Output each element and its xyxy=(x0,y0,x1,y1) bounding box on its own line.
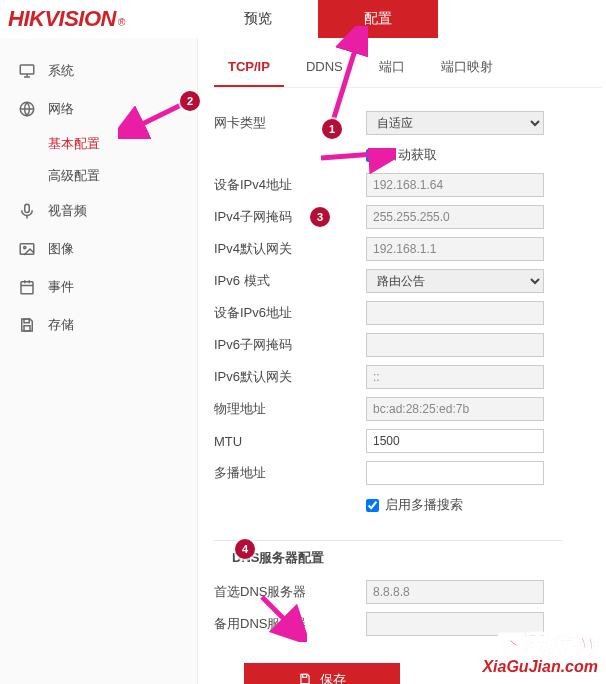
svg-rect-14 xyxy=(24,326,30,331)
ipv4-mask-label: IPv4子网掩码 xyxy=(214,208,366,226)
ipv6-gw-input[interactable] xyxy=(366,365,544,389)
sidebar-item-image[interactable]: 图像 xyxy=(0,230,197,268)
save-icon xyxy=(298,672,312,685)
multicast-search-checkbox[interactable] xyxy=(366,499,379,512)
calendar-icon xyxy=(18,278,36,296)
header: HIKVISION ® 预览 配置 xyxy=(0,0,606,38)
mac-input[interactable] xyxy=(366,397,544,421)
svg-point-8 xyxy=(24,246,26,248)
svg-rect-9 xyxy=(21,282,33,294)
dns1-input[interactable] xyxy=(366,580,544,604)
tab-portmap[interactable]: 端口映射 xyxy=(427,48,507,87)
nav-preview[interactable]: 预览 xyxy=(198,0,318,38)
sidebar-label: 视音频 xyxy=(48,202,87,220)
nic-type-select[interactable]: 自适应 xyxy=(366,111,544,135)
multicast-label: 多播地址 xyxy=(214,464,366,482)
sidebar-item-av[interactable]: 视音频 xyxy=(0,192,197,230)
ipv6-addr-input[interactable] xyxy=(366,301,544,325)
svg-rect-0 xyxy=(20,65,34,74)
content-panel: TCP/IP DDNS 端口 端口映射 网卡类型 自适应 自动获取 设备IPv4… xyxy=(198,38,606,684)
tab-port[interactable]: 端口 xyxy=(365,48,419,87)
callout-4: 4 xyxy=(235,539,255,559)
mac-label: 物理地址 xyxy=(214,400,366,418)
ipv4-addr-label: 设备IPv4地址 xyxy=(214,176,366,194)
mic-icon xyxy=(18,202,36,220)
auto-obtain-label: 自动获取 xyxy=(385,146,437,164)
sidebar-sub-basic[interactable]: 基本配置 xyxy=(0,128,197,160)
callout-3: 3 xyxy=(310,207,330,227)
image-icon xyxy=(18,240,36,258)
multicast-input[interactable] xyxy=(366,461,544,485)
divider xyxy=(214,540,562,541)
sidebar: 系统 网络 基本配置 高级配置 视音频 图像 事件 存储 xyxy=(0,38,198,684)
mtu-input[interactable] xyxy=(366,429,544,453)
tcpip-form: 网卡类型 自适应 自动获取 设备IPv4地址 IPv4子网掩码 IPv4默认网关… xyxy=(214,88,602,684)
watermark: 下固件网 XiaGuJian.com xyxy=(482,627,598,676)
ipv6-mask-input[interactable] xyxy=(366,333,544,357)
save-button[interactable]: 保存 xyxy=(244,663,400,684)
sidebar-item-network[interactable]: 网络 xyxy=(0,90,197,128)
ipv6-gw-label: IPv6默认网关 xyxy=(214,368,366,386)
sidebar-item-storage[interactable]: 存储 xyxy=(0,306,197,344)
svg-rect-15 xyxy=(303,674,307,677)
brand-logo: HIKVISION ® xyxy=(0,6,198,32)
dns-section-title: DNS服务器配置 xyxy=(214,549,602,567)
tab-tcpip[interactable]: TCP/IP xyxy=(214,48,284,87)
nav-config[interactable]: 配置 xyxy=(318,0,438,38)
save-icon xyxy=(18,316,36,334)
dns2-label: 备用DNS服务器 xyxy=(214,615,366,633)
callout-1: 1 xyxy=(322,119,342,139)
tab-ddns[interactable]: DDNS xyxy=(292,48,357,87)
top-nav: 预览 配置 xyxy=(198,0,438,38)
sidebar-item-system[interactable]: 系统 xyxy=(0,52,197,90)
svg-rect-5 xyxy=(25,204,30,212)
monitor-icon xyxy=(18,62,36,80)
ipv4-addr-input[interactable] xyxy=(366,173,544,197)
sidebar-label: 图像 xyxy=(48,240,74,258)
auto-obtain-checkbox[interactable] xyxy=(366,149,379,162)
save-label: 保存 xyxy=(320,671,346,684)
mtu-label: MTU xyxy=(214,434,366,449)
ipv6-addr-label: 设备IPv6地址 xyxy=(214,304,366,322)
sidebar-sub-advanced[interactable]: 高级配置 xyxy=(0,160,197,192)
sidebar-label: 系统 xyxy=(48,62,74,80)
callout-2: 2 xyxy=(180,91,200,111)
ipv6-mode-select[interactable]: 路由公告 xyxy=(366,269,544,293)
globe-icon xyxy=(18,100,36,118)
svg-rect-13 xyxy=(24,319,29,323)
sidebar-item-event[interactable]: 事件 xyxy=(0,268,197,306)
sidebar-label: 存储 xyxy=(48,316,74,334)
ipv4-mask-input[interactable] xyxy=(366,205,544,229)
multicast-search-label: 启用多播搜索 xyxy=(385,496,463,514)
ipv6-mode-label: IPv6 模式 xyxy=(214,272,366,290)
ipv4-gw-input[interactable] xyxy=(366,237,544,261)
dns1-label: 首选DNS服务器 xyxy=(214,583,366,601)
nic-type-label: 网卡类型 xyxy=(214,114,366,132)
ipv4-gw-label: IPv4默认网关 xyxy=(214,240,366,258)
sidebar-label: 事件 xyxy=(48,278,74,296)
ipv6-mask-label: IPv6子网掩码 xyxy=(214,336,366,354)
sub-tabs: TCP/IP DDNS 端口 端口映射 xyxy=(214,48,602,88)
sidebar-label: 网络 xyxy=(48,100,74,118)
